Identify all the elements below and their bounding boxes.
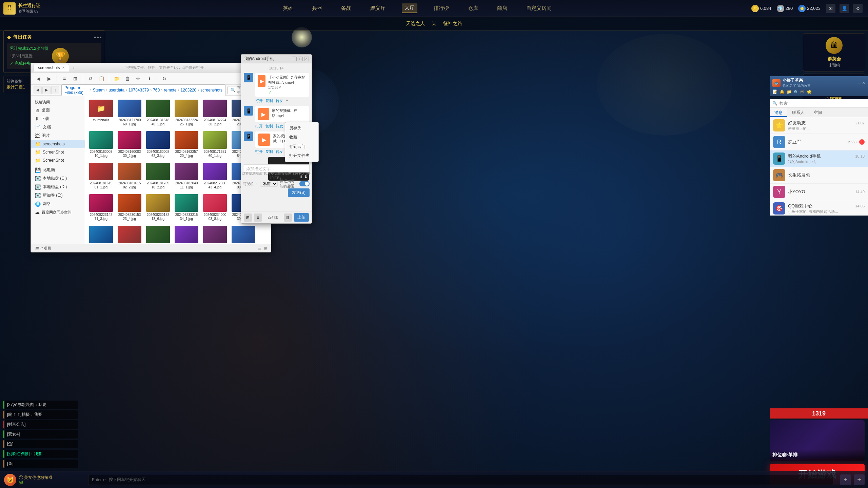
qq-icon-1[interactable]: 📝: [772, 89, 777, 94]
file-item-35[interactable]: 20240826_4.jpg: [173, 224, 200, 244]
path-remote[interactable]: remote: [164, 88, 176, 93]
list-view-icon[interactable]: ☰: [258, 246, 261, 250]
file-item-8[interactable]: 20240816000310_1.jpg: [88, 130, 114, 159]
nav-warehouse[interactable]: 仓库: [465, 4, 481, 13]
qq-icon-5[interactable]: 🎮: [800, 89, 805, 94]
nav-shop[interactable]: 商店: [494, 4, 510, 13]
ctx-favorite[interactable]: 收藏: [285, 133, 318, 142]
android-close[interactable]: ✕: [304, 57, 309, 61]
msg-1-copy[interactable]: 复制: [265, 98, 273, 103]
sidebar-local-c[interactable]: 💽 本地磁盘 (C:): [31, 174, 85, 183]
addr-back[interactable]: ◀: [34, 86, 42, 94]
file-item-17[interactable]: 20240818161502_2.jpg: [116, 161, 143, 191]
path-userdata[interactable]: userdata: [108, 88, 124, 93]
sidebar-new-volume[interactable]: 💽 新加卷 (E:): [31, 191, 85, 200]
path-steam[interactable]: Steam: [93, 88, 105, 93]
msg-1-forward[interactable]: 转发: [276, 98, 283, 103]
mail-icon[interactable]: ✉: [826, 4, 835, 13]
file-item-36[interactable]: 20240826_5.jpg: [202, 224, 228, 244]
file-item-9[interactable]: 20240816000330_2.jpg: [116, 130, 143, 159]
file-item-37[interactable]: 20240826_6.jpg: [230, 224, 257, 244]
sidebar-computer[interactable]: 💾 此电脑: [31, 166, 85, 174]
file-item-thumbnails[interactable]: 📁 thumbnails: [88, 98, 114, 128]
file-item-28[interactable]: 20240823400003_8.jpg: [202, 193, 228, 222]
msg-3-open[interactable]: 打开: [255, 149, 263, 154]
msg-3-copy[interactable]: 复制: [265, 149, 273, 154]
sidebar-desktop[interactable]: 🖥 桌面: [31, 106, 85, 115]
file-item-34[interactable]: 20240826_3.jpg: [145, 224, 171, 244]
file-item-16[interactable]: 20240818161501_1.jpg: [88, 161, 114, 191]
qq-icon-2[interactable]: 🔔: [780, 89, 785, 94]
path-id1[interactable]: 107843379: [129, 88, 149, 93]
addr-up[interactable]: ↑: [51, 86, 59, 94]
path-program-files[interactable]: Program Files (x86): [64, 85, 89, 95]
back-button[interactable]: ◀: [34, 74, 43, 83]
file-item-18[interactable]: 20240818170910_2.jpg: [145, 161, 171, 191]
file-item-19[interactable]: 20240818204011_1.jpg: [173, 161, 200, 191]
chat-list-item-android[interactable]: 📱 我的Android手机 18:13 我的Android手机: [770, 150, 868, 167]
chat-list-item-luoyajun[interactable]: R 罗亚军 19:38 1: [770, 134, 868, 150]
msg-1-more[interactable]: ≡: [286, 98, 288, 103]
addr-forward[interactable]: ▶: [42, 86, 51, 94]
add-button-1[interactable]: +: [840, 474, 851, 485]
file-item-33[interactable]: 20240826_2.jpg: [116, 224, 143, 244]
file-item-32[interactable]: 20240826_1.jpg: [88, 224, 114, 244]
path-screenshots[interactable]: screenshots: [200, 88, 222, 93]
file-item-25[interactable]: 20240823015323_4.jpg: [116, 193, 143, 222]
qq-tab-messages[interactable]: 消息: [770, 108, 787, 117]
msg-1-open[interactable]: 打开: [255, 98, 263, 103]
sidebar-baidu-cloud[interactable]: ☁ 百度网盘同步空间: [31, 208, 85, 216]
path-id2[interactable]: 1203220: [181, 88, 197, 93]
nav-hero[interactable]: 英雄: [280, 4, 296, 13]
task-menu-dots[interactable]: [94, 37, 101, 38]
file-item-1[interactable]: 20240812170060_1.jpg: [116, 98, 143, 128]
nav-hall[interactable]: 大厅: [402, 3, 417, 13]
view-list-button[interactable]: ≡: [60, 74, 69, 83]
file-item-10[interactable]: 20240816000262_3.jpg: [145, 130, 171, 159]
qq-close-btn[interactable]: ✕: [862, 81, 865, 85]
season-pass[interactable]: 🎖 长生通行证 赛季等级 89: [3, 2, 40, 15]
settings-icon[interactable]: ⚙: [853, 4, 863, 13]
chat-list-item-friend-activities[interactable]: ⭐ 好友动态 21:07 茅溪湖上的...: [770, 117, 868, 134]
qq-icon-4[interactable]: ⚙: [794, 89, 797, 94]
new-folder-button[interactable]: 📁: [112, 74, 121, 83]
android-maximize[interactable]: □: [298, 57, 303, 61]
sidebar-screenshots[interactable]: 📁 screenshots: [31, 140, 85, 148]
grid-view-footer-icon[interactable]: ⊞: [244, 214, 252, 222]
tab-add-button[interactable]: +: [71, 64, 77, 71]
rename-button[interactable]: ✏: [134, 74, 143, 83]
refresh-button[interactable]: ↻: [160, 74, 169, 83]
msg-2-open[interactable]: 打开: [255, 124, 263, 129]
upload-button[interactable]: 上传: [294, 213, 309, 222]
file-item-26[interactable]: 20240823013213_6.jpg: [145, 193, 171, 222]
send-button[interactable]: 发送(S): [288, 188, 310, 197]
properties-button[interactable]: ℹ: [144, 74, 154, 83]
nav-custom-room[interactable]: 自定义房间: [524, 4, 554, 13]
view-details-button[interactable]: ⊞: [71, 74, 80, 83]
msg-2-copy[interactable]: 复制: [265, 124, 273, 129]
qq-icon-6[interactable]: 🌟: [807, 89, 812, 94]
toggle-switch[interactable]: [299, 181, 310, 186]
nav-weapon[interactable]: 兵器: [309, 4, 325, 13]
android-minimize[interactable]: ─: [292, 57, 297, 61]
delete-footer-icon[interactable]: 🗑: [284, 214, 292, 222]
file-item-12[interactable]: 20240817163160_1.jpg: [202, 130, 228, 159]
path-760[interactable]: 760: [153, 88, 160, 93]
tab-close-icon[interactable]: ✕: [62, 66, 65, 69]
add-button-2[interactable]: +: [854, 474, 865, 485]
chat-list-item-yoyo[interactable]: Y 小YOYO 14:49: [770, 184, 868, 200]
msg-2-forward[interactable]: 转发: [276, 124, 283, 129]
grid-view-icon[interactable]: ⊞: [264, 246, 267, 250]
paste-button[interactable]: 📋: [97, 74, 106, 83]
game-mode-banner[interactable]: 排位赛·单排: [770, 420, 865, 461]
list-view-footer-icon[interactable]: ≡: [254, 214, 262, 222]
nav-prepare[interactable]: 备战: [338, 4, 354, 13]
qq-icon-3[interactable]: 📁: [787, 89, 792, 94]
qq-tab-space[interactable]: 空间: [809, 108, 827, 117]
chat-list-item-qq-games[interactable]: 🎯 QQ游戏中心 14:05 小鱼子掌的, 游戏内抢购活动...: [770, 200, 868, 216]
copy-button[interactable]: ⧉: [86, 74, 95, 83]
guild-card[interactable]: 🏛 群英会 未预约: [803, 33, 865, 72]
ctx-save-cloud[interactable]: 存到云门: [285, 142, 318, 151]
nav-guild[interactable]: 聚义厅: [368, 4, 388, 13]
address-path-bar[interactable]: Program Files (x86) › Steam › userdata ›…: [61, 84, 225, 96]
